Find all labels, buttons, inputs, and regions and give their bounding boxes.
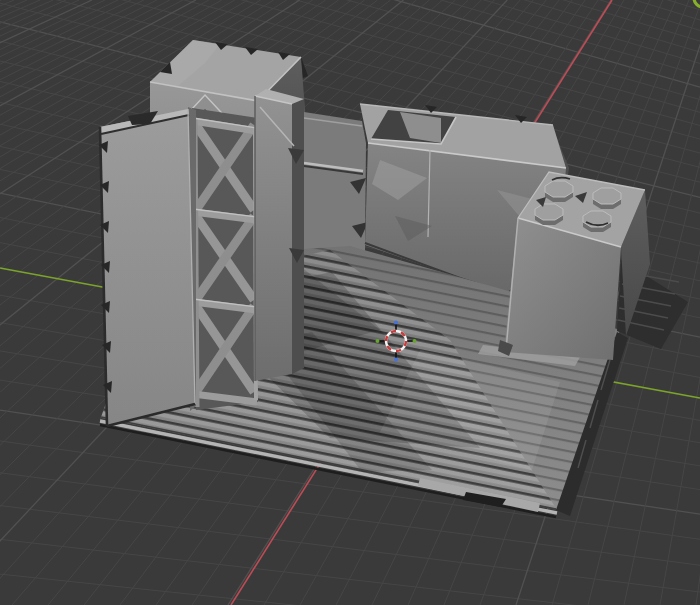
3d-viewport[interactable] <box>0 0 700 605</box>
model-left-slab <box>99 107 196 426</box>
model-column <box>255 89 304 381</box>
model-mid-panel <box>304 112 368 256</box>
viewport-frame <box>0 0 700 605</box>
model-truss-panel <box>192 108 258 410</box>
